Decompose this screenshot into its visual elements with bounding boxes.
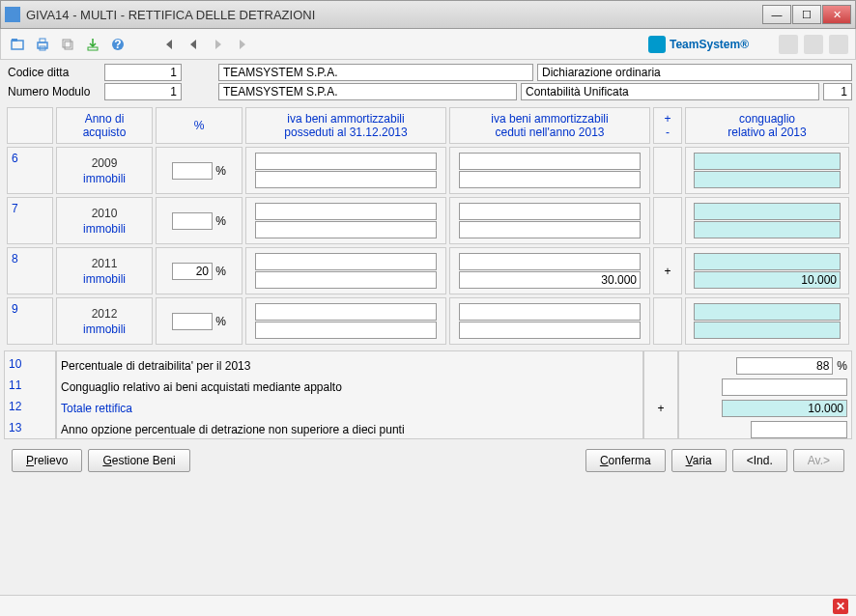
row-index: 9 <box>7 297 53 345</box>
close-button[interactable]: ✕ <box>822 5 851 24</box>
brand-text: TeamSystem® <box>670 38 749 51</box>
row-index: 7 <box>7 197 53 244</box>
status-close-icon[interactable]: ✕ <box>833 599 848 614</box>
conguaglio-input-1[interactable] <box>694 253 841 270</box>
posseduti-input-2[interactable] <box>255 271 437 289</box>
year-value: 2009 <box>61 156 148 170</box>
pct-suffix: % <box>215 164 226 178</box>
posseduti-input-1[interactable] <box>255 153 437 170</box>
next-icon[interactable] <box>208 34 229 55</box>
app-icon <box>5 7 20 22</box>
pct-input[interactable] <box>172 212 213 230</box>
print-icon[interactable] <box>32 34 53 55</box>
brand-logo: TeamSystem® <box>648 36 749 53</box>
sign-cell: + <box>653 247 682 294</box>
pct-input[interactable] <box>172 263 213 280</box>
maximize-button[interactable]: ☐ <box>792 5 821 24</box>
conguaglio-appalto-input[interactable] <box>722 378 847 396</box>
year-type: immobili <box>61 172 148 185</box>
header-blank <box>7 107 53 144</box>
action3-icon[interactable] <box>829 35 848 54</box>
action2-icon[interactable] <box>804 35 823 54</box>
svg-rect-5 <box>63 40 71 47</box>
table-row: 9 2012immobili % <box>7 297 849 345</box>
status-bar: ✕ <box>0 595 856 616</box>
ceduti-input-2[interactable] <box>459 171 641 188</box>
year-value: 2011 <box>61 257 148 270</box>
numero-modulo-label: Numero Modulo <box>4 83 100 100</box>
pct-input[interactable] <box>172 162 213 180</box>
anno-opzione-input[interactable] <box>751 421 847 438</box>
copy-icon[interactable] <box>57 34 78 55</box>
codice-ditta-input[interactable] <box>104 64 182 81</box>
summary-text-13: Anno opzione percentuale di detrazione n… <box>61 419 639 440</box>
sign-cell <box>653 147 682 194</box>
summary-values: % <box>678 350 852 439</box>
company-name-1[interactable] <box>218 64 533 81</box>
varia-button[interactable]: Varia <box>671 449 727 472</box>
ceduti-input-1[interactable] <box>459 253 641 270</box>
row-index: 6 <box>7 147 53 194</box>
numero-modulo-input[interactable] <box>104 83 182 100</box>
action1-icon[interactable] <box>779 35 798 54</box>
posseduti-input-1[interactable] <box>255 203 437 220</box>
window-title: GIVA14 - MULTI - RETTIFICA DELLE DETRAZI… <box>26 8 762 22</box>
ceduti-input-2[interactable] <box>459 221 641 238</box>
posseduti-input-2[interactable] <box>255 322 437 339</box>
pct-suffix: % <box>837 359 847 373</box>
ceduti-input-1[interactable] <box>459 303 641 321</box>
summary-indices: 10 11 12 13 <box>4 350 56 439</box>
conguaglio-input-2[interactable] <box>694 322 841 339</box>
codice-ditta-label: Codice ditta <box>4 64 100 81</box>
contabilita-type[interactable] <box>521 83 819 100</box>
year-value: 2010 <box>61 207 148 220</box>
company-name-2[interactable] <box>218 83 517 100</box>
header-anno: Anno diacquisto <box>56 107 153 144</box>
totale-rettifica-input[interactable] <box>722 400 847 417</box>
conferma-button[interactable]: Conferma <box>585 449 666 472</box>
svg-rect-0 <box>12 41 23 49</box>
first-icon[interactable] <box>157 34 179 55</box>
conguaglio-input-1[interactable] <box>694 153 841 170</box>
ceduti-input-2[interactable] <box>459 322 641 339</box>
header-sign: +- <box>653 107 682 144</box>
help-icon[interactable]: ? <box>107 34 128 55</box>
ceduti-input-1[interactable] <box>459 203 641 220</box>
prelievo-button[interactable]: PPrelievorelievo <box>12 449 82 472</box>
contabilita-num[interactable] <box>823 83 852 100</box>
detraibilita-input[interactable] <box>736 357 833 375</box>
ceduti-input-1[interactable] <box>459 153 641 170</box>
prev-icon[interactable] <box>183 34 204 55</box>
open-icon[interactable] <box>7 34 28 55</box>
conguaglio-input-2[interactable] <box>694 221 841 238</box>
conguaglio-input-1[interactable] <box>694 203 841 220</box>
pct-suffix: % <box>215 214 226 228</box>
posseduti-input-1[interactable] <box>255 253 437 270</box>
last-icon[interactable] <box>233 34 254 55</box>
pct-suffix: % <box>215 265 226 278</box>
summary-text-12: Totale rettifica <box>61 398 639 419</box>
summary-texts: Percentuale di detraibilita' per il 2013… <box>56 350 643 439</box>
conguaglio-input-1[interactable] <box>694 303 841 321</box>
year-type: immobili <box>61 322 148 336</box>
year-type: immobili <box>61 272 148 286</box>
posseduti-input-2[interactable] <box>255 221 437 238</box>
minimize-button[interactable]: — <box>762 5 791 24</box>
pct-input[interactable] <box>172 313 213 330</box>
svg-text:?: ? <box>114 38 121 51</box>
ceduti-input-2[interactable] <box>459 271 641 289</box>
posseduti-input-1[interactable] <box>255 303 437 321</box>
gestione-beni-button[interactable]: Gestione Beni <box>88 449 189 472</box>
conguaglio-input-2[interactable] <box>694 171 841 188</box>
indietro-button[interactable]: <Ind. <box>732 449 787 472</box>
avanti-button[interactable]: Av.> <box>793 449 844 472</box>
export-icon[interactable] <box>82 34 103 55</box>
svg-rect-6 <box>65 42 72 49</box>
summary-text-10: Percentuale di detraibilita' per il 2013 <box>61 355 639 377</box>
conguaglio-input-2[interactable] <box>694 271 841 289</box>
posseduti-input-2[interactable] <box>255 171 437 188</box>
year-value: 2012 <box>61 307 148 321</box>
sign-cell <box>653 297 682 345</box>
header-ceduti: iva beni ammortizzabiliceduti nell'anno … <box>449 107 650 144</box>
dichiarazione-type[interactable] <box>537 64 852 81</box>
